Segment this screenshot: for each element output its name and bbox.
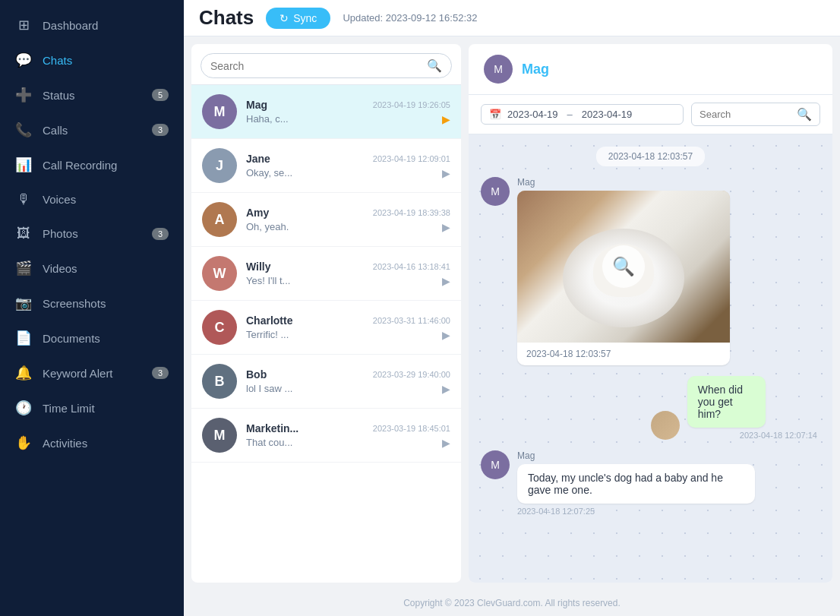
chat-item-amy[interactable]: A Amy 2023-04-19 18:39:38 Oh, yeah. ▶: [191, 193, 461, 247]
detail-search-input[interactable]: [699, 109, 791, 120]
date-to: 2023-04-19: [582, 109, 633, 120]
sidebar-item-calls[interactable]: 📞 Calls 3: [0, 112, 184, 147]
sidebar-label-photos: Photos: [43, 227, 141, 240]
chat-arrow-willy: ▶: [442, 275, 450, 287]
chat-arrow-bob: ▶: [442, 383, 450, 395]
chat-search-wrap[interactable]: 🔍: [201, 53, 452, 78]
msg-image-bubble-msg2: 🔍 2023-04-18 12:03:57: [517, 191, 730, 365]
date-from: 2023-04-19: [507, 109, 558, 120]
sidebar-item-dashboard[interactable]: ⊞ Dashboard: [0, 8, 184, 43]
date-range-wrap[interactable]: 📅 2023-04-19 – 2023-04-19: [481, 104, 684, 125]
dog-image: 🔍: [517, 191, 730, 343]
chat-avatar-marketing: M: [202, 418, 237, 453]
sidebar-icon-documents: 📄: [15, 330, 32, 346]
sidebar-item-voices[interactable]: 🎙 Voices: [0, 182, 184, 216]
play-icon[interactable]: 🔍: [602, 245, 645, 288]
chat-search-icon: 🔍: [427, 58, 442, 73]
chat-preview-jane: Okay, se...: [246, 167, 292, 178]
chat-arrow-jane: ▶: [442, 167, 450, 179]
sidebar-icon-chats: 💬: [15, 52, 32, 68]
msg-wrap-msg4: M Mag Today, my uncle's dog had a baby a…: [481, 450, 820, 516]
chat-time-willy: 2023-04-16 13:18:41: [373, 262, 450, 271]
msg-time-msg4: 2023-04-18 12:07:25: [517, 507, 755, 516]
sidebar-icon-status: ➕: [15, 87, 32, 103]
chat-item-jane[interactable]: J Jane 2023-04-19 12:09:01 Okay, se... ▶: [191, 139, 461, 193]
chat-item-mag[interactable]: M Mag 2023-04-19 19:26:05 Haha, c... ▶: [191, 85, 461, 139]
chat-arrow-mag: ▶: [442, 113, 450, 125]
chat-info-willy: Willy 2023-04-16 13:18:41 Yes! I'll t...…: [246, 261, 450, 287]
sidebar-icon-keyword-alert: 🔔: [15, 365, 32, 381]
filter-search-wrap[interactable]: 🔍: [691, 103, 820, 126]
sidebar-item-time-limit[interactable]: 🕐 Time Limit: [0, 390, 184, 425]
footer: Copyright © 2023 ClevGuard.com. All righ…: [184, 590, 840, 616]
sidebar-item-keyword-alert[interactable]: 🔔 Keyword Alert 3: [0, 355, 184, 390]
chat-info-charlotte: Charlotte 2023-03-31 11:46:00 Terrific! …: [246, 314, 450, 341]
sidebar-item-call-recording[interactable]: 📊 Call Recording: [0, 147, 184, 182]
sidebar-item-chats[interactable]: 💬 Chats: [0, 43, 184, 77]
msg-content-msg4: Mag Today, my uncle's dog had a baby and…: [517, 450, 755, 516]
chat-item-bob[interactable]: B Bob 2023-03-29 19:40:00 lol I saw ... …: [191, 355, 461, 409]
sidebar-label-status: Status: [43, 89, 141, 102]
chat-name-mag: Mag: [246, 99, 267, 111]
page-header: Chats ↻ Sync Updated: 2023-09-12 16:52:3…: [184, 0, 840, 36]
chat-info-amy: Amy 2023-04-19 18:39:38 Oh, yeah. ▶: [246, 207, 450, 233]
msg-avatar-msg4: M: [481, 450, 510, 479]
sidebar-item-photos[interactable]: 🖼 Photos 3: [0, 216, 184, 251]
chat-name-charlotte: Charlotte: [246, 314, 292, 327]
sidebar-item-activities[interactable]: ✋ Activities: [0, 425, 184, 460]
chat-name-marketing: Marketin...: [246, 422, 298, 434]
chat-list-panel: 🔍 M Mag 2023-04-19 19:26:05 Haha, c... ▶…: [191, 44, 461, 583]
sidebar-badge-keyword-alert: 3: [152, 367, 169, 379]
chat-arrow-amy: ▶: [442, 221, 450, 233]
chat-avatar-mag: M: [202, 94, 237, 129]
detail-avatar: M: [484, 55, 513, 84]
sidebar-label-keyword-alert: Keyword Alert: [43, 367, 141, 380]
chat-info-mag: Mag 2023-04-19 19:26:05 Haha, c... ▶: [246, 99, 450, 125]
msg-wrap-msg2: M Mag 🔍: [481, 177, 820, 365]
msg-wrap-msg3: When did you get him? 2023-04-18 12:07:1…: [481, 376, 820, 440]
page-title: Chats: [199, 6, 254, 30]
sidebar-item-documents[interactable]: 📄 Documents: [0, 321, 184, 355]
sidebar-badge-calls: 3: [152, 124, 169, 136]
chat-time-amy: 2023-04-19 18:39:38: [373, 208, 450, 217]
chat-info-bob: Bob 2023-03-29 19:40:00 lol I saw ... ▶: [246, 368, 450, 395]
msg-image-container-msg2: 🔍: [517, 191, 730, 343]
chat-preview-charlotte: Terrific! ...: [246, 329, 289, 340]
chat-search-input[interactable]: [210, 60, 421, 72]
sidebar-label-call-recording: Call Recording: [43, 159, 169, 172]
detail-search-icon: 🔍: [797, 107, 812, 122]
sidebar-item-videos[interactable]: 🎬 Videos: [0, 251, 184, 286]
date-dash: –: [567, 109, 573, 120]
sent-avatar-msg3: [651, 411, 680, 440]
sidebar-icon-activities: ✋: [15, 434, 32, 451]
msg-time-msg3: 2023-04-18 12:07:14: [687, 431, 817, 440]
system-msg-msg1: 2023-04-18 12:03:57: [596, 147, 705, 166]
chat-arrow-charlotte: ▶: [442, 329, 450, 341]
msg-bubble-msg3: When did you get him?: [687, 376, 766, 428]
chat-preview-mag: Haha, c...: [246, 113, 289, 125]
sidebar-badge-status: 5: [152, 89, 169, 101]
chat-preview-willy: Yes! I'll t...: [246, 275, 290, 286]
footer-text: Copyright © 2023 ClevGuard.com. All righ…: [403, 598, 621, 608]
chat-avatar-amy: A: [202, 202, 237, 237]
sidebar-icon-time-limit: 🕐: [15, 400, 32, 416]
chat-name-jane: Jane: [246, 153, 270, 165]
chat-time-marketing: 2023-03-19 18:45:01: [373, 424, 450, 433]
msg-content-msg2: Mag 🔍 2023-04-18 12:: [517, 177, 730, 365]
chat-item-willy[interactable]: W Willy 2023-04-16 13:18:41 Yes! I'll t.…: [191, 247, 461, 301]
sidebar-item-screenshots[interactable]: 📷 Screenshots: [0, 286, 184, 321]
sidebar: ⊞ Dashboard 💬 Chats ➕ Status 5 📞 Calls 3…: [0, 0, 184, 616]
chat-time-bob: 2023-03-29 19:40:00: [373, 370, 450, 379]
sidebar-item-status[interactable]: ➕ Status 5: [0, 77, 184, 112]
chat-name-amy: Amy: [246, 207, 269, 219]
sync-button[interactable]: ↻ Sync: [266, 8, 330, 29]
chat-item-charlotte[interactable]: C Charlotte 2023-03-31 11:46:00 Terrific…: [191, 301, 461, 355]
chat-info-jane: Jane 2023-04-19 12:09:01 Okay, se... ▶: [246, 153, 450, 179]
chat-item-marketing[interactable]: M Marketin... 2023-03-19 18:45:01 That c…: [191, 409, 461, 463]
chat-avatar-willy: W: [202, 256, 237, 291]
sidebar-label-voices: Voices: [43, 193, 169, 206]
detail-contact-name: Mag: [522, 62, 549, 77]
chat-name-willy: Willy: [246, 261, 271, 273]
msg-avatar-msg2: M: [481, 177, 510, 206]
chat-name-bob: Bob: [246, 368, 267, 381]
